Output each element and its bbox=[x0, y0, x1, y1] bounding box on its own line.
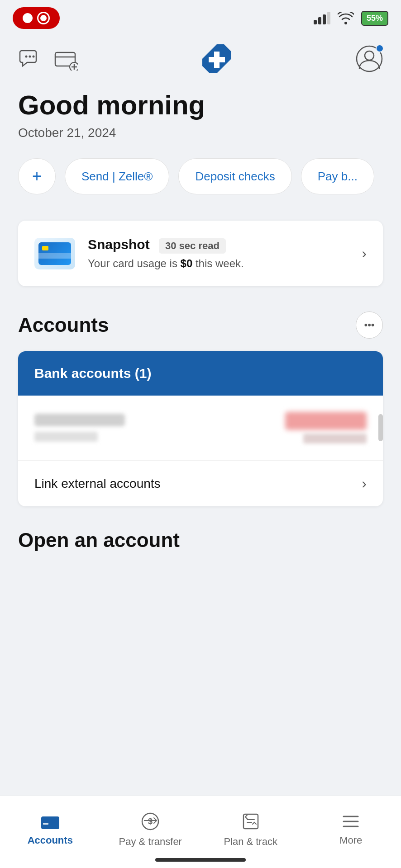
greeting-date: October 21, 2024 bbox=[18, 126, 383, 140]
status-bar: 55% bbox=[0, 0, 401, 36]
mini-credit-card bbox=[38, 242, 71, 265]
snapshot-badge: 30 sec read bbox=[159, 238, 226, 254]
accounts-nav-label: Accounts bbox=[28, 835, 73, 846]
wifi-icon bbox=[338, 12, 354, 24]
snapshot-card-image bbox=[34, 238, 75, 269]
profile-button[interactable] bbox=[356, 45, 383, 72]
send-zelle-button[interactable]: Send | Zelle® bbox=[65, 158, 169, 194]
add-card-button[interactable] bbox=[54, 47, 78, 71]
snapshot-description: Your card usage is $0 this week. bbox=[88, 257, 244, 270]
nav-item-more[interactable]: More bbox=[301, 796, 401, 868]
link-external-accounts[interactable]: Link external accounts › bbox=[18, 460, 383, 506]
status-bar-right: 55% bbox=[314, 11, 388, 26]
home-indicator bbox=[155, 858, 246, 862]
bank-accounts-title: Bank accounts (1) bbox=[34, 366, 151, 381]
snapshot-chevron-icon: › bbox=[362, 245, 367, 262]
quick-actions-row: + Send | Zelle® Deposit checks Pay b... bbox=[18, 158, 383, 198]
svg-point-0 bbox=[25, 56, 28, 58]
recording-dot bbox=[23, 13, 33, 23]
snapshot-card[interactable]: Snapshot 30 sec read Your card usage is … bbox=[18, 221, 383, 286]
deposit-checks-button[interactable]: Deposit checks bbox=[178, 158, 291, 194]
account-balance-label bbox=[303, 434, 367, 443]
header-left-icons bbox=[18, 47, 78, 71]
greeting-text: Good morning bbox=[18, 90, 383, 120]
accounts-card: Bank accounts (1) Link external accounts… bbox=[18, 351, 383, 506]
svg-point-2 bbox=[33, 56, 35, 58]
svg-rect-12 bbox=[43, 823, 48, 825]
recording-circle bbox=[37, 12, 50, 24]
snapshot-left: Snapshot 30 sec read Your card usage is … bbox=[34, 237, 244, 270]
battery-indicator: 55% bbox=[361, 11, 388, 26]
chat-icon bbox=[18, 47, 42, 71]
header bbox=[0, 36, 401, 81]
svg-text:$: $ bbox=[148, 817, 153, 826]
pay-bills-button[interactable]: Pay b... bbox=[301, 158, 374, 194]
recording-circle-inner bbox=[40, 15, 47, 21]
bank-accounts-header[interactable]: Bank accounts (1) bbox=[18, 351, 383, 396]
recording-pill bbox=[13, 7, 60, 29]
link-external-chevron-icon: › bbox=[362, 475, 367, 492]
nav-item-accounts[interactable]: Accounts bbox=[0, 796, 100, 868]
account-balance bbox=[285, 412, 367, 430]
add-card-icon bbox=[54, 47, 78, 71]
plan-track-nav-label: Plan & track bbox=[224, 836, 277, 848]
link-external-label: Link external accounts bbox=[34, 476, 161, 491]
scroll-indicator bbox=[378, 414, 383, 441]
chat-button[interactable] bbox=[18, 47, 42, 71]
plan-track-nav-icon bbox=[241, 811, 261, 831]
open-account-section: Open an account bbox=[18, 529, 383, 552]
nav-item-plan-track[interactable]: Plan & track bbox=[200, 796, 301, 868]
pay-transfer-nav-label: Pay & transfer bbox=[119, 836, 182, 848]
svg-point-9 bbox=[365, 51, 374, 60]
main-content: Good morning October 21, 2024 + Send | Z… bbox=[0, 81, 401, 651]
svg-rect-11 bbox=[41, 819, 59, 823]
account-number bbox=[34, 432, 98, 442]
more-nav-icon bbox=[341, 813, 361, 830]
nav-item-pay-transfer[interactable]: $ Pay & transfer bbox=[100, 796, 201, 868]
accounts-nav-icon bbox=[40, 813, 60, 830]
snapshot-title: Snapshot 30 sec read bbox=[88, 237, 244, 254]
chase-logo bbox=[199, 41, 235, 77]
accounts-section-header: Accounts ••• bbox=[18, 311, 383, 339]
account-balance-area bbox=[285, 412, 367, 443]
more-dots-icon: ••• bbox=[364, 319, 374, 331]
more-nav-label: More bbox=[339, 835, 362, 846]
add-action-button[interactable]: + bbox=[18, 158, 56, 194]
open-account-title: Open an account bbox=[18, 529, 383, 552]
profile-notification-badge bbox=[376, 44, 384, 52]
recording-indicator bbox=[13, 7, 60, 29]
snapshot-text: Snapshot 30 sec read Your card usage is … bbox=[88, 237, 244, 270]
pay-transfer-nav-icon: $ bbox=[140, 811, 160, 831]
account-row[interactable] bbox=[18, 396, 383, 460]
account-info bbox=[34, 414, 285, 442]
signal-icon bbox=[314, 12, 330, 24]
svg-point-1 bbox=[29, 56, 31, 58]
accounts-more-button[interactable]: ••• bbox=[356, 311, 383, 339]
accounts-section-title: Accounts bbox=[18, 314, 109, 336]
account-name bbox=[34, 414, 125, 426]
bottom-navigation: Accounts $ Pay & transfer Plan & track bbox=[0, 796, 401, 868]
